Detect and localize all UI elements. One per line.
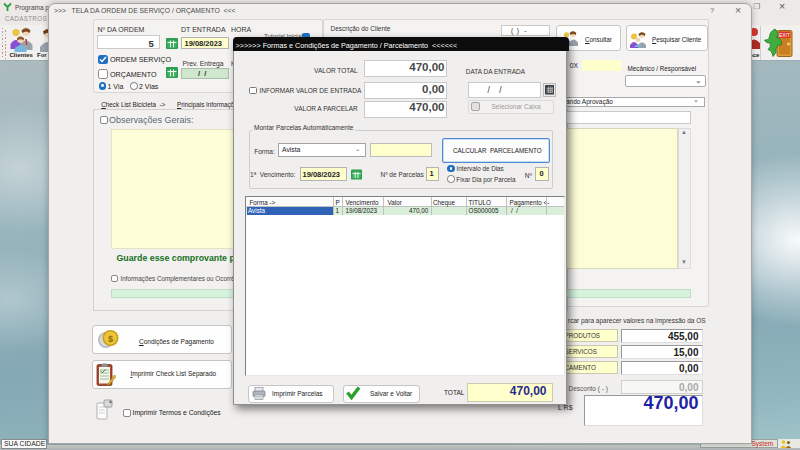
svg-text:$: $: [108, 334, 113, 344]
svg-text:EXIT: EXIT: [779, 32, 790, 38]
